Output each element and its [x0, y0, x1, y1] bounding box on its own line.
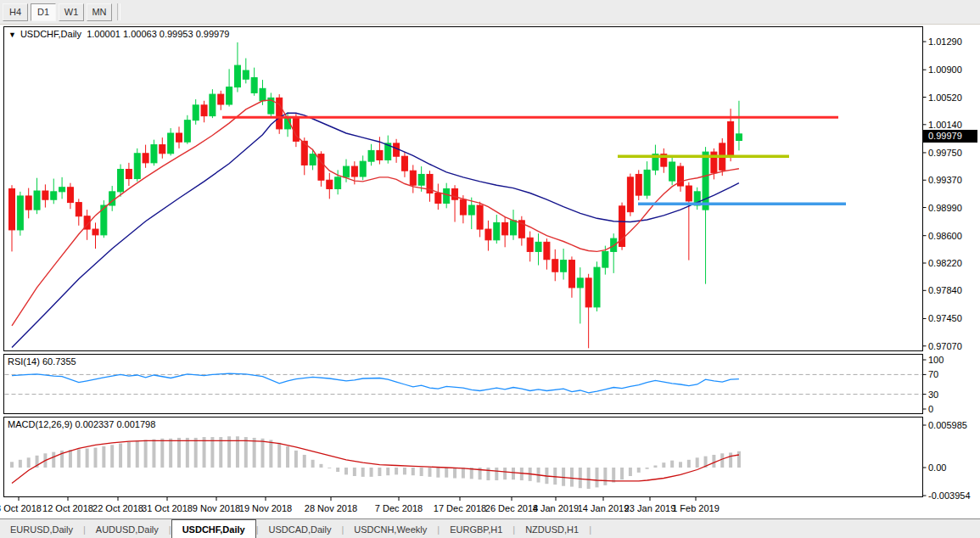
- candle-body: [118, 170, 124, 192]
- symbol-tab-bar: EURUSD,Daily|AUDUSD,Daily|USDCHF,Daily|U…: [0, 518, 980, 538]
- chart-symbol-label: USDCHF,Daily: [20, 29, 81, 39]
- rsi-tick-label: 100: [928, 355, 944, 365]
- price-tick-label: 0.98220: [928, 258, 962, 268]
- candle-body: [335, 177, 341, 189]
- trading-terminal-window: { "toolbar": {"timeframes": [ {"label": …: [0, 0, 980, 538]
- candle-body: [76, 203, 81, 216]
- candle-body: [184, 120, 190, 143]
- candle-body: [594, 267, 600, 307]
- macd-indicator-label: MACD(12,26,9) 0.002337 0.001798: [8, 419, 155, 429]
- macd-tick-label: -0.003954: [928, 490, 971, 501]
- candle-body: [452, 188, 458, 199]
- candle-body: [34, 191, 40, 210]
- date-tick-label: 26 Dec 2018: [485, 503, 538, 513]
- candle-body: [327, 180, 333, 188]
- chart-canvas[interactable]: 1.012901.009001.005201.001400.997500.993…: [0, 0, 980, 538]
- candle-body: [227, 87, 232, 104]
- date-tick-label: 4 Jan 2019: [533, 503, 579, 513]
- chart-dropdown-icon[interactable]: ▼: [8, 31, 16, 39]
- candle-body: [310, 154, 316, 165]
- rsi-axis[interactable]: 10070300: [923, 355, 944, 414]
- candle-body: [360, 161, 366, 177]
- candle-body: [176, 133, 182, 142]
- candle-body: [42, 191, 48, 199]
- tab-separator: |: [589, 519, 591, 538]
- candle-body: [444, 188, 450, 203]
- date-tick-label: 28 Nov 2018: [305, 503, 357, 513]
- candle-body: [277, 98, 283, 129]
- candle-body: [460, 199, 466, 215]
- candle-body: [151, 145, 157, 163]
- candle-body: [477, 205, 483, 229]
- date-tick-label: 7 Dec 2018: [375, 503, 423, 513]
- price-tick-label: 0.97840: [928, 285, 962, 295]
- candle-body: [736, 134, 742, 141]
- current-price-label: 0.99979: [928, 131, 962, 141]
- symbol-tab-nzdusd[interactable]: NZDUSD,H1: [515, 519, 589, 538]
- date-tick-label: 22 Oct 2018: [92, 503, 143, 513]
- candle-body: [251, 78, 257, 93]
- candle-body: [351, 166, 357, 177]
- candle-body: [636, 174, 641, 195]
- price-tick-label: 0.97070: [928, 341, 962, 351]
- candle-body: [377, 150, 383, 160]
- chart-ohlc-values: 1.00001 1.00063 0.99953 0.99979: [87, 29, 229, 39]
- date-tick-label: 9 Nov 2018: [193, 503, 240, 513]
- price-tick-label: 0.99370: [928, 175, 962, 185]
- date-tick-label: 12 Oct 2018: [42, 503, 93, 513]
- candle-body: [544, 242, 550, 259]
- symbol-tab-usdchf[interactable]: USDCHF,Daily: [171, 519, 256, 538]
- candle-body: [401, 156, 407, 171]
- candle-body: [410, 171, 416, 185]
- candle-body: [602, 251, 608, 267]
- price-tick-label: 1.00520: [928, 92, 962, 103]
- date-tick-label: 23 Jan 2019: [624, 503, 676, 513]
- candle-body: [627, 177, 633, 212]
- candle-body: [577, 278, 583, 288]
- date-tick-label: 19 Nov 2018: [239, 503, 292, 513]
- date-axis[interactable]: 3 Oct 201812 Oct 201822 Oct 201831 Oct 2…: [0, 497, 720, 514]
- candle-body: [260, 88, 266, 100]
- price-tick-label: 1.00140: [928, 120, 962, 130]
- rsi-panel[interactable]: [4, 355, 923, 414]
- candle-body: [67, 188, 73, 203]
- candle-body: [160, 145, 165, 154]
- main-price-panel[interactable]: [4, 27, 923, 351]
- symbol-tab-eurgbp[interactable]: EURGBP,H1: [440, 519, 512, 538]
- symbol-tab-audusd[interactable]: AUDUSD,Daily: [86, 519, 169, 538]
- candle-body: [511, 221, 517, 235]
- date-tick-label: 17 Dec 2018: [434, 503, 486, 513]
- price-tick-label: 0.99750: [928, 148, 962, 158]
- candle-body: [568, 261, 574, 288]
- candle-body: [585, 278, 591, 307]
- rsi-tick-label: 0: [928, 404, 933, 414]
- price-tick-label: 0.98990: [928, 203, 962, 213]
- candle-body: [494, 222, 500, 239]
- macd-tick-label: 0.00: [928, 462, 946, 473]
- candle-body: [51, 192, 57, 199]
- rsi-indicator-label: RSI(14) 60.7355: [8, 356, 76, 367]
- candle-body: [485, 229, 491, 240]
- candle-body: [243, 70, 249, 79]
- symbol-tab-eurusd[interactable]: EURUSD,Daily: [0, 519, 83, 538]
- symbol-tab-usdcad[interactable]: USDCAD,Daily: [258, 519, 341, 538]
- candle-body: [143, 154, 148, 163]
- candle-body: [368, 150, 374, 161]
- price-tick-label: 1.01290: [928, 36, 962, 47]
- candle-body: [686, 186, 692, 201]
- rsi-tick-label: 70: [928, 369, 938, 379]
- candle-body: [644, 170, 650, 195]
- candle-body: [134, 154, 140, 179]
- candle-body: [535, 242, 541, 251]
- price-axis[interactable]: 1.012901.009001.005201.001400.997500.993…: [923, 36, 978, 351]
- macd-axis[interactable]: 0.0059850.00-0.003954: [923, 420, 971, 501]
- price-tick-label: 0.97450: [928, 313, 962, 323]
- price-tick-label: 0.98600: [928, 231, 962, 241]
- candle-body: [418, 174, 424, 185]
- candle-body: [193, 105, 199, 120]
- candle-body: [234, 65, 240, 87]
- date-tick-label: 1 Feb 2019: [672, 503, 720, 513]
- candle-body: [468, 205, 474, 215]
- candle-body: [344, 166, 350, 177]
- symbol-tab-usdcnh[interactable]: USDCNH,Weekly: [344, 519, 437, 538]
